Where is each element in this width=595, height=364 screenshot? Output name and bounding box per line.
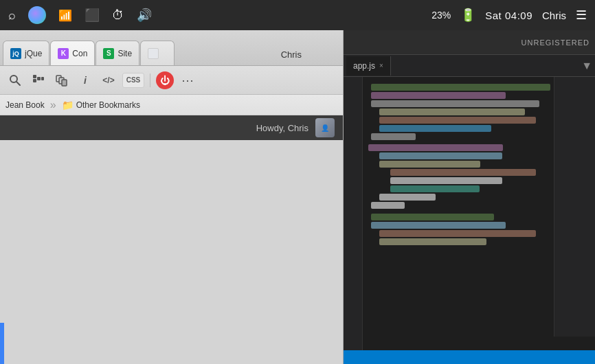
code-line	[379, 109, 525, 115]
editor-dropdown-icon[interactable]: ▼	[581, 60, 592, 72]
code-line	[371, 202, 405, 209]
code-line	[379, 194, 436, 201]
tab-jquery[interactable]: jQ jQue	[3, 41, 49, 65]
tab-con[interactable]: K Con	[50, 41, 95, 65]
tab-chris-label: Chris	[281, 49, 302, 60]
tab-site[interactable]: S Site	[96, 41, 139, 65]
site-favicon: S	[103, 48, 114, 59]
menubar-right: 23% 🔋 Sat 04:09 Chris ☰	[431, 8, 587, 23]
svg-rect-8	[62, 80, 67, 86]
browser-window: jQ jQue K Con S Site Chris	[0, 30, 344, 364]
menubar: ⌕ 📶 ⬛ ⏱ 🔊 23% 🔋 Sat 04:09 Chris ☰	[0, 0, 595, 30]
toolbar: i </> CSS ⏻ ⋯	[0, 66, 343, 95]
svg-rect-5	[41, 77, 44, 80]
code-line	[368, 144, 503, 151]
inspector-icon[interactable]	[5, 71, 25, 90]
editor-tab-appjs[interactable]: app.js ×	[346, 56, 391, 76]
info-icon[interactable]: i	[76, 71, 95, 90]
svg-line-1	[16, 82, 20, 85]
menu-icon[interactable]: ☰	[576, 8, 587, 23]
battery-percent: 23%	[431, 10, 451, 21]
howdy-text: Howdy, Chris	[256, 123, 308, 133]
avatar-image: 👤	[315, 118, 335, 137]
power-icon[interactable]: ⏻	[156, 71, 174, 89]
code-editor: UNREGISTERED app.js × ▼	[344, 30, 595, 364]
code-area	[344, 77, 595, 350]
code-line	[390, 169, 536, 176]
svg-rect-2	[33, 75, 36, 78]
editor-tab-close[interactable]: ×	[379, 62, 383, 69]
search-icon[interactable]: ⌕	[8, 8, 16, 23]
code-line	[371, 84, 550, 91]
menubar-username: Chris	[542, 10, 566, 21]
toolbar-divider	[150, 73, 150, 87]
tab-site-label: Site	[117, 49, 132, 58]
battery-icon: 🔋	[460, 8, 475, 23]
scroll-indicator	[0, 323, 4, 364]
more-icon[interactable]: ⋯	[178, 71, 197, 90]
menubar-time: Sat 04:09	[485, 10, 532, 21]
code-gutter	[344, 77, 363, 350]
volume-icon: 🔊	[137, 8, 152, 23]
editor-tab-label: app.js	[353, 61, 375, 71]
svg-rect-3	[33, 79, 36, 82]
siri-icon[interactable]	[28, 6, 46, 24]
code-line	[371, 214, 494, 220]
tab-blank[interactable]	[140, 41, 175, 65]
bookmark-other-label: Other Bookmarks	[76, 100, 140, 110]
user-avatar[interactable]: 👤	[315, 118, 335, 137]
code-line	[390, 177, 502, 184]
tab-con-label: Con	[72, 49, 87, 58]
folder-icon: 📁	[62, 100, 74, 111]
timemachine-icon: ⏱	[112, 8, 124, 23]
resources-icon[interactable]	[52, 71, 71, 90]
konami-favicon: K	[58, 48, 69, 59]
code-line	[371, 133, 416, 140]
code-line	[379, 125, 491, 132]
bookmark-separator: »	[50, 99, 56, 111]
code-line	[390, 185, 480, 192]
bookmarks-bar: Jean Book » 📁 Other Bookmarks	[0, 95, 343, 115]
code-line	[379, 230, 536, 237]
blank-favicon	[148, 48, 159, 59]
code-line	[371, 100, 539, 107]
code-line	[379, 238, 486, 245]
address-bar: Howdy, Chris 👤	[0, 115, 343, 140]
airplay-icon: ⬛	[85, 8, 100, 23]
wifi-icon: 📶	[58, 9, 72, 22]
svg-rect-4	[37, 77, 41, 80]
minimap	[554, 77, 595, 337]
domtree-icon[interactable]	[29, 71, 48, 90]
page-content	[0, 140, 343, 364]
code-line	[371, 222, 506, 229]
tab-jquery-label: jQue	[25, 49, 42, 58]
code-line	[371, 92, 506, 99]
css-icon[interactable]: CSS	[122, 73, 144, 88]
unregistered-badge: UNREGISTERED	[521, 38, 590, 47]
code-line	[379, 117, 536, 124]
jquery-favicon: jQ	[10, 48, 21, 59]
bookmark-jean-label: Jean Book	[5, 100, 45, 110]
editor-tab-bar: app.js × ▼	[344, 55, 595, 77]
menubar-left: ⌕ 📶 ⬛ ⏱ 🔊	[8, 6, 152, 24]
code-line	[379, 152, 502, 159]
code-icon[interactable]: </>	[99, 71, 118, 90]
tab-bar: jQ jQue K Con S Site Chris	[0, 30, 343, 66]
code-line	[379, 161, 480, 168]
bookmark-jean[interactable]: Jean Book	[5, 100, 45, 110]
editor-status-bar	[344, 350, 595, 364]
bookmark-other[interactable]: 📁 Other Bookmarks	[62, 100, 140, 111]
editor-header: UNREGISTERED	[344, 30, 595, 55]
